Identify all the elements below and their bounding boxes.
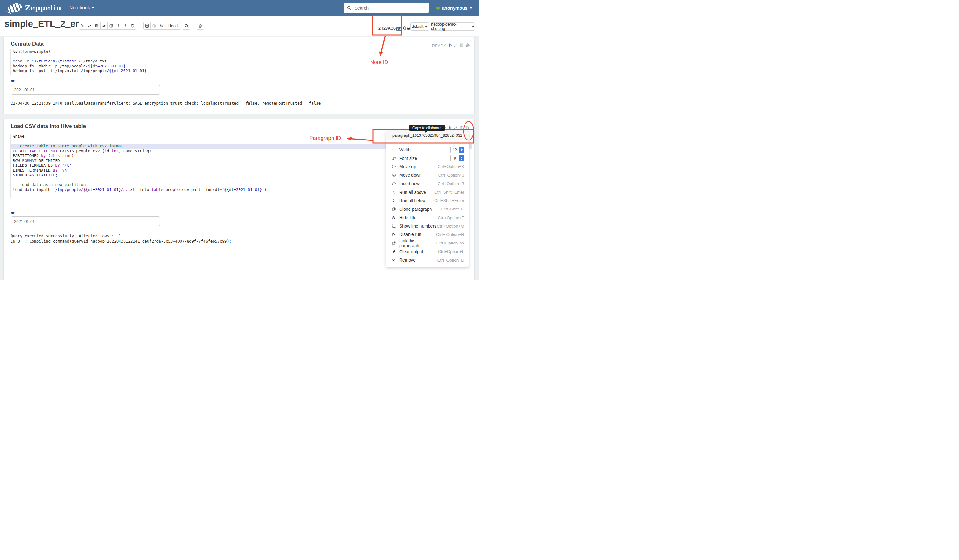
menu-item-label: Clone paragraph [399,207,441,212]
reload-note-icon [131,24,135,28]
note-id-annotation-label: Note ID [370,59,388,65]
menu-item-shortcut: Ctrl+Shift+C [441,207,464,211]
menu-item-hide-title[interactable]: AHide titleCtrl+Option+T [386,213,468,222]
remove-note-button[interactable] [197,22,204,30]
toggle-editor-book-icon[interactable] [459,126,464,130]
font-size-stepper-buttons[interactable] [459,155,464,161]
brand-name[interactable]: Zeppelin [25,3,61,12]
clone-note-button[interactable] [107,22,115,30]
menu-item-shortcut: Ctrl+Shift+Enter [434,190,464,194]
remove-icon [392,258,399,262]
toggle-editor-book-icon[interactable] [459,43,464,48]
clear-all-output-button[interactable] [100,22,108,30]
menu-item-clear-output[interactable]: Clear outputCtrl+Option+L [386,247,468,256]
note-title[interactable]: simple_ETL_2_en [4,19,81,29]
collapse-paragraph-icon[interactable] [453,126,458,130]
interpreter-binding-button[interactable]: hadoop-demo-chufeng [431,22,475,30]
menu-row-font-size: T↕Font size9 [386,154,468,162]
output-line: Query executed successfully. Affected ro… [11,233,231,239]
menu-item-link[interactable]: Link this paragraphCtrl+Option+W [386,239,468,247]
code-line[interactable] [13,54,471,59]
paragraph-settings-gear-icon[interactable] [465,126,470,130]
run-paragraph-icon[interactable] [448,126,452,130]
collapse-paragraphs-button[interactable] [86,22,93,30]
menu-item-shortcut: Ctrl+Option+L [438,249,464,254]
download-note-button[interactable] [122,22,129,30]
zeppelin-logo-icon[interactable] [7,2,23,14]
output-line: INFO : Compiling command(queryId=hadoop_… [11,239,231,244]
menu-item-label: Run all below [399,198,434,203]
trash-icon [198,24,202,28]
menu-item-shortcut: Ctrl+Option+D [437,258,464,262]
code-view-button[interactable] [143,22,151,30]
search-code-button[interactable] [183,22,190,30]
paragraph-title: Genrate Data [11,41,44,47]
menu-item-move-down[interactable]: Move downCtrl+Option+J [386,171,468,180]
paragraph-id-annotation-label: Paragraph ID [309,135,341,142]
font-size-stepper[interactable]: 9 [451,155,464,161]
user-menu[interactable]: anonymous [436,0,472,16]
menu-item-line-numbers[interactable]: Show line numbersCtrl+Option+M [386,222,468,231]
dt-form-input[interactable] [11,216,160,226]
compare-revisions-button[interactable] [158,22,165,30]
code-view-icon [145,24,149,28]
font-size-icon: T↕ [392,156,399,161]
copy-to-clipboard-tooltip: Copy to clipboard [409,125,444,131]
width-label: Width [399,147,451,152]
editor-gutter [10,49,11,75]
display-mode-button[interactable]: default [410,22,429,30]
run-all-paragraphs-button[interactable] [79,22,86,30]
note-settings-gear-icon[interactable] [402,26,406,30]
clear-all-output-icon [102,24,106,28]
collapse-paragraphs-icon [88,24,92,28]
reload-note-button[interactable] [129,22,136,30]
menu-item-label: Run all above [399,190,434,195]
code-line[interactable]: %sh(form=simple) [13,49,471,54]
menu-item-label: Hide title [399,215,438,220]
paragraph-settings-gear-icon[interactable] [465,43,470,48]
hide-title-icon: A [392,215,399,220]
run-paragraph-icon[interactable] [448,43,452,48]
search-input[interactable] [354,5,417,11]
notebook-menu-label: Notebook [69,5,90,11]
notebook-menu[interactable]: Notebook [69,5,94,11]
code-line[interactable]: hadoop fs -put -f /tmp/a.txt /tmp/people… [13,68,471,73]
width-value: 12 [451,147,459,153]
menu-item-run-below[interactable]: Run all belowCtrl+Shift+Enter [386,196,468,205]
menu-item-shortcut: Ctrl+Option+B [437,181,464,186]
code-line[interactable]: echo -e "1\tEric\n2\tJames" > /tmp/a.txt [13,59,471,64]
width-stepper[interactable]: 12 [451,147,464,153]
width-stepper-buttons[interactable] [459,147,464,153]
collapse-paragraph-icon[interactable] [453,43,458,48]
head-revision-button[interactable]: Head [165,22,181,30]
menu-item-shortcut: Ctrl+Option+T [438,215,464,220]
menu-item-insert-new[interactable]: Insert newCtrl+Option+B [386,180,468,188]
code-editor[interactable]: %sh(form=simple) echo -e "1\tEric\n2\tJa… [13,49,471,73]
export-note-button[interactable] [115,22,122,30]
menu-item-shortcut: Ctrl+ Option+R [436,232,464,237]
paragraph-id[interactable]: paragraph_1613705325984_828524031 [386,131,468,140]
search-icon [347,6,352,10]
code-line[interactable]: hadoop fs -mkdir -p /tmp/people/${dt=202… [13,64,471,69]
menu-item-run-above[interactable]: Run all aboveCtrl+Shift+Enter [386,188,468,196]
menu-item-label: Link this paragraph [399,238,436,248]
menu-item-remove[interactable]: RemoveCtrl+Option+D [386,256,468,264]
menu-item-clone[interactable]: Clone paragraphCtrl+Shift+C [386,205,468,213]
dt-form-input[interactable] [11,84,160,95]
keyboard-shortcuts-icon[interactable] [397,27,402,31]
menu-item-label: Move down [399,173,438,178]
disable-run-icon [392,232,399,236]
menu-item-shortcut: Ctrl+Option+K [437,164,464,169]
move-down-icon [392,173,399,177]
top-navbar: Zeppelin Notebook anonymous [0,0,480,16]
menu-item-disable-run[interactable]: Disable runCtrl+ Option+R [386,231,468,239]
move-up-icon [392,164,399,169]
interpreter-binding-label: hadoop-demo-chufeng [431,22,470,31]
note-trash-group [197,22,204,30]
menu-item-move-up[interactable]: Move upCtrl+Option+K [386,162,468,171]
commit-button[interactable] [150,22,158,30]
search-box[interactable] [344,3,429,13]
menu-item-shortcut: Ctrl+Option+J [438,173,464,178]
toggle-code-button[interactable] [93,22,100,30]
display-mode-label: default [412,24,424,29]
